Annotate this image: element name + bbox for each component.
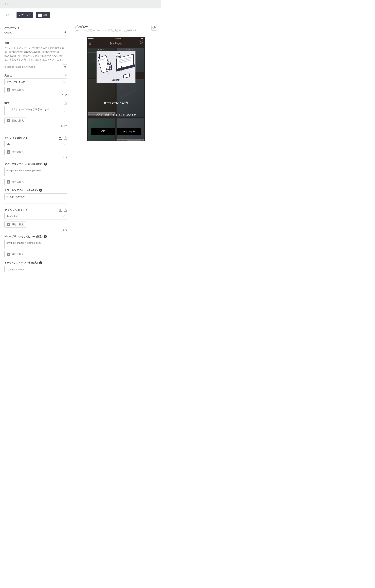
help-icon[interactable]: ? (44, 163, 47, 166)
plus-icon: + (7, 119, 10, 122)
help-icon[interactable]: ? (39, 189, 42, 192)
action1-input[interactable] (4, 141, 67, 147)
text-color-icon[interactable]: A (64, 101, 67, 105)
plus-icon: + (7, 223, 10, 226)
action1-insert-var-button[interactable]: + 変数の挿入 (4, 149, 26, 155)
help-icon[interactable]: ? (44, 235, 47, 238)
brand-label: Repro (112, 78, 120, 81)
action2-input[interactable] (4, 213, 67, 220)
overlay-button-ok[interactable]: OK (91, 128, 115, 135)
insert-var-label: 変数の挿入 (12, 180, 24, 184)
rotate-icon (153, 26, 156, 30)
action1-deeplink-input[interactable] (4, 167, 67, 176)
emoji-icon[interactable]: ☺ (63, 215, 66, 218)
emoji-icon[interactable]: ☺ (63, 109, 66, 113)
paint-bucket-icon[interactable] (59, 137, 62, 139)
trash-icon: 🗑 (64, 65, 66, 68)
rotate-preview-button[interactable] (151, 25, 157, 31)
action2-deeplink-insert-var-button[interactable]: + 変数の挿入 (4, 251, 26, 257)
plus-icon: + (7, 253, 10, 256)
page-title-bar: メッセージ (0, 0, 161, 9)
image-section-title: 画像 (4, 42, 67, 45)
pattern-tab-1[interactable]: パターン 1 (17, 12, 33, 18)
image-description: オーバーレイメッセージに利用できる画像の最適サイズは、縦向きの場合は1200×1… (4, 46, 67, 62)
insert-var-label: 変数の挿入 (12, 119, 24, 122)
action2-insert-var-button[interactable]: + 変数の挿入 (4, 221, 26, 228)
paint-bucket-icon[interactable] (59, 209, 62, 212)
plus-icon: + (7, 88, 10, 92)
action1-tracking-label: トラッキングイベント名 (任意) (4, 189, 38, 192)
text-color-icon[interactable]: A (64, 208, 67, 212)
action1-char-count: 2 / 9 (4, 156, 67, 159)
bg-color-label: 背景色 (4, 31, 11, 35)
plus-icon: + (7, 180, 10, 184)
overlay-body: このようにオーバーレイが表示されます (96, 114, 136, 117)
insert-var-label: 変数の挿入 (12, 150, 24, 154)
delete-image-button[interactable]: 🗑 (63, 64, 67, 69)
preview-note: プレビューと実際のメッセージの表示は異なることがあります。 (75, 29, 139, 32)
heading-input[interactable] (4, 78, 67, 85)
action2-tracking-input[interactable] (4, 266, 67, 272)
heading-label: 見出し (4, 74, 12, 77)
insert-var-label: 変数の挿入 (12, 253, 24, 256)
overlay-section-title: オーバーレイ (4, 26, 20, 30)
overlay-preview: ✕ (87, 37, 145, 141)
overlay-image: Repro (97, 51, 135, 83)
action1-tracking-input[interactable] (4, 193, 67, 200)
action2-tracking-label: トラッキングイベント名 (任意) (4, 261, 38, 264)
heading-insert-var-button[interactable]: + 変数の挿入 (4, 87, 26, 93)
overlay-button-cancel[interactable]: キャンセル (117, 128, 141, 135)
body-char-count: 18 / 161 (4, 125, 67, 127)
emoji-icon[interactable]: ☺ (63, 142, 66, 146)
paint-bucket-icon[interactable] (64, 32, 67, 34)
insert-var-label: 変数の挿入 (12, 223, 24, 226)
action1-label: アクションボタン 1 (4, 136, 27, 139)
overlay-heading: オーバーレイの例 (103, 101, 129, 105)
image-file-name: message-image-preview.png (4, 65, 35, 68)
pattern-label: パターン (4, 14, 14, 17)
preview-phone: ●●●●● ⏦ 9:41 AM ▮▮▯ ☰ My Picks Latest Fa… (87, 37, 145, 141)
help-icon[interactable]: ? (39, 261, 42, 264)
preview-title: プレビュー (75, 25, 139, 28)
add-pattern-button[interactable]: + 追加 (36, 12, 50, 18)
action1-deeplink-label: ディープリンクもしくはURL (任意) (4, 163, 43, 165)
action2-deeplink-label: ディープリンクもしくはURL (任意) (4, 235, 43, 238)
body-insert-var-button[interactable]: + 変数の挿入 (4, 117, 26, 124)
insert-var-label: 変数の挿入 (12, 88, 24, 92)
body-label: 本文 (4, 102, 10, 105)
plus-icon: + (7, 150, 10, 154)
action2-char-count: 5 / 9 (4, 229, 67, 231)
heading-char-count: 8 / 45 (4, 94, 67, 97)
body-input[interactable] (4, 106, 67, 115)
action1-deeplink-insert-var-button[interactable]: + 変数の挿入 (4, 179, 26, 185)
emoji-icon[interactable]: ☺ (63, 80, 66, 84)
add-pattern-label: 追加 (43, 14, 47, 17)
close-icon[interactable]: ✕ (139, 40, 143, 44)
text-color-icon[interactable]: A (64, 136, 67, 139)
plus-icon: + (38, 14, 42, 17)
action2-deeplink-input[interactable] (4, 240, 67, 249)
action2-label: アクションボタン 2 (4, 209, 27, 212)
text-color-icon[interactable]: A (64, 74, 67, 77)
